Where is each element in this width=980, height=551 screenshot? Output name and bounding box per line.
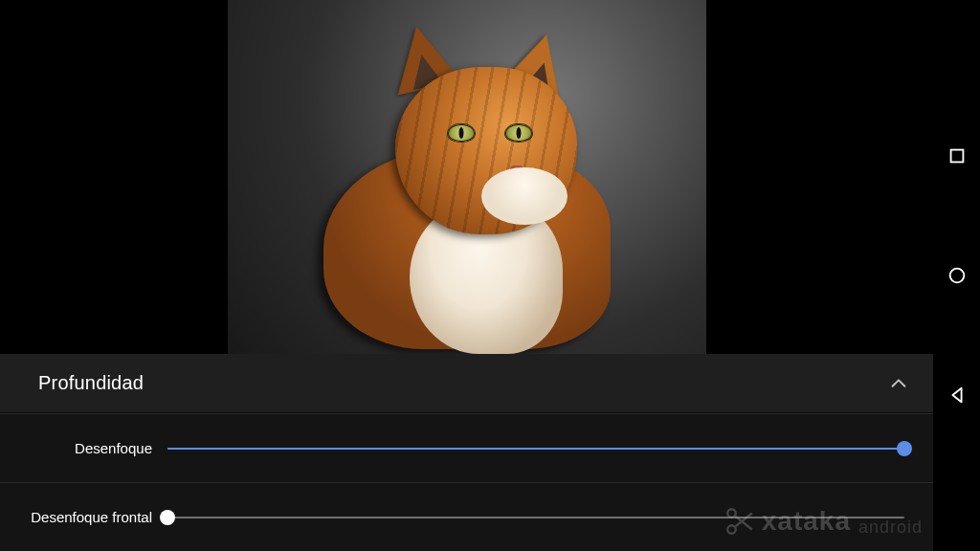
recent-apps-button[interactable] <box>945 143 969 168</box>
chevron-up-icon[interactable] <box>885 370 912 397</box>
slider-row-desenfoque: Desenfoque <box>0 413 933 482</box>
photo-subject-cat <box>304 33 630 349</box>
photo <box>228 0 706 354</box>
slider-thumb[interactable] <box>897 441 912 456</box>
image-preview-area[interactable] <box>0 0 933 354</box>
back-button[interactable] <box>945 383 969 408</box>
slider-row-desenfoque-frontal: Desenfoque frontal <box>0 482 933 551</box>
depth-controls-panel: Profundidad Desenfoque Desenfoque fronta… <box>0 354 933 551</box>
svg-rect-0 <box>950 149 963 162</box>
panel-title: Profundidad <box>38 372 144 394</box>
home-button[interactable] <box>945 263 969 288</box>
slider-track <box>167 517 904 518</box>
slider-desenfoque[interactable] <box>167 435 904 462</box>
slider-label: Desenfoque frontal <box>0 509 167 525</box>
slider-label: Desenfoque <box>0 440 167 456</box>
svg-point-1 <box>949 269 964 283</box>
app-screen: Profundidad Desenfoque Desenfoque fronta… <box>0 0 980 551</box>
slider-desenfoque-frontal[interactable] <box>167 504 904 531</box>
android-nav-bar <box>933 0 980 551</box>
slider-fill <box>167 448 904 450</box>
slider-thumb[interactable] <box>160 510 175 525</box>
panel-header[interactable]: Profundidad <box>0 354 933 413</box>
